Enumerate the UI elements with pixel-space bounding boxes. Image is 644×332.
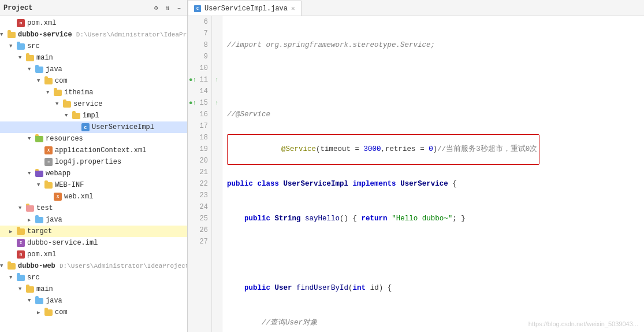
impl-folder-icon [72, 111, 81, 120]
ln-22: 22 [188, 178, 211, 190]
tree-item-service[interactable]: ▼ service [0, 98, 187, 110]
java-class-icon: C [81, 123, 90, 132]
tree-label: pom.xml [27, 19, 56, 27]
sidebar: Project ⚙ ⇅ – m pom.xml ▼ dubbo-service … [0, 0, 188, 332]
test-java-folder-icon [35, 215, 44, 224]
tab-java-icon: C [194, 5, 201, 12]
tree-label: java [46, 65, 62, 73]
ln-7: 7 [188, 28, 211, 39]
ln-15: ●↑ 15 [188, 97, 211, 109]
line-numbers: 6 7 8 9 10 ●↑ 11 14 ●↑ 15 16 17 18 19 20 [188, 16, 212, 332]
project-tree: m pom.xml ▼ dubbo-service D:\Users\Admin… [0, 16, 187, 332]
tree-arrow: ▼ [28, 136, 35, 142]
gutter-markers: ↑ ↑ [212, 16, 222, 332]
tree-label: main [36, 54, 53, 62]
tree-label: dubbo-service D:\Users\Administrator\Ide… [18, 31, 187, 39]
props-icon: ≡ [44, 157, 53, 167]
tree-item-com[interactable]: ▼ com [0, 75, 187, 87]
tree-label: itheima [64, 88, 93, 97]
tree-label: java [46, 216, 62, 224]
web-java-folder-icon [35, 296, 44, 305]
tree-label: com [55, 77, 68, 85]
tree-label: java [46, 297, 62, 305]
ln-24: 24 [188, 201, 211, 213]
tree-item-log4j[interactable]: ≡ log4j.properties [0, 156, 187, 168]
tree-item-dubbo-web[interactable]: ▼ dubbo-web D:\Users\Administrator\IdeaP… [0, 260, 187, 272]
iml-icon: I [16, 238, 25, 248]
tree-label: service [73, 100, 102, 108]
tree-item-itheima[interactable]: ▼ itheima [0, 87, 187, 98]
tree-item-webinf[interactable]: ▼ WEB-INF [0, 179, 187, 191]
code-line-9: @Service(timeout = 3000,retries = 0)//当前… [227, 143, 644, 155]
ln-6: 6 [188, 16, 211, 28]
code-line-8: //@Service [227, 109, 644, 120]
ln-27: 27 [188, 236, 211, 248]
service-folder-icon [62, 99, 72, 109]
tree-label: web.xml [64, 193, 93, 201]
tab-close-button[interactable]: ✕ [291, 5, 295, 12]
ln-18: 18 [188, 132, 211, 143]
tree-item-test-java[interactable]: ▶ java [0, 214, 187, 226]
tree-label: webapp [46, 169, 70, 178]
tree-label: resources [46, 135, 83, 143]
editor-area: C UserServiceImpl.java ✕ 6 7 8 9 10 ●↑ 1… [188, 0, 644, 332]
editor-tab-userserviceimpl[interactable]: C UserServiceImpl.java ✕ [188, 1, 301, 16]
tree-item-web-src[interactable]: ▼ src [0, 272, 187, 283]
code-line-11: public String sayHello() { return "Hello… [227, 213, 644, 224]
target-folder-icon [16, 227, 25, 236]
tree-label: com [55, 308, 68, 316]
tree-item-target[interactable]: ▶ target [0, 226, 187, 237]
tree-arrow: ▼ [37, 182, 44, 188]
tree-arrow: ▼ [28, 298, 35, 304]
tree-arrow: ▼ [65, 113, 72, 119]
web-main-folder-icon [25, 285, 35, 294]
code-line-7 [227, 74, 644, 86]
tree-arrow: ▼ [18, 286, 25, 292]
tree-label: src [27, 274, 40, 282]
tree-item-web-main[interactable]: ▼ main [0, 283, 187, 295]
tree-item-webxml[interactable]: X web.xml [0, 191, 187, 202]
src-folder-icon [16, 42, 25, 51]
tree-label: test [36, 204, 53, 212]
tree-arrow: ▼ [0, 263, 7, 269]
tree-item-test[interactable]: ▼ test [0, 202, 187, 214]
ln-26: 26 [188, 224, 211, 236]
itheima-folder-icon [53, 88, 62, 97]
tree-item-pom-service[interactable]: m pom.xml [0, 249, 187, 260]
tree-item-userserviceimpl[interactable]: C UserServiceImpl [0, 121, 187, 133]
ln-8: 8 [188, 39, 211, 51]
tree-item-java[interactable]: ▼ java [0, 64, 187, 75]
tree-item-src[interactable]: ▼ src [0, 40, 187, 52]
sidebar-title: Project [3, 4, 32, 12]
tree-arrow: ▶ [28, 217, 35, 223]
tree-item-iml[interactable]: I dubbo-service.iml [0, 237, 187, 249]
tree-arrow: ▼ [46, 90, 53, 95]
tree-item-webapp[interactable]: ▼ webapp [0, 168, 187, 179]
collapse-icon[interactable]: – [174, 3, 184, 13]
tree-item-pom-root[interactable]: m pom.xml [0, 17, 187, 29]
tree-item-appcontext[interactable]: X applicationContext.xml [0, 145, 187, 156]
tree-label: log4j.properties [55, 158, 121, 166]
sidebar-icon-group: ⚙ ⇅ – [151, 3, 184, 13]
ln-21: 21 [188, 167, 211, 178]
settings-icon[interactable]: ⚙ [151, 3, 161, 13]
code-content[interactable]: //import org.springframework.stereotype.… [222, 16, 644, 332]
tree-item-web-com[interactable]: ▶ com [0, 307, 187, 318]
tree-label: impl [83, 112, 99, 120]
ln-9: 9 [188, 51, 211, 62]
tree-item-impl[interactable]: ▼ impl [0, 110, 187, 121]
ln-19: 19 [188, 143, 211, 155]
tree-item-main[interactable]: ▼ main [0, 52, 187, 64]
pom-service-icon: m [16, 250, 25, 259]
web-com-folder-icon [44, 308, 53, 317]
watermark: https://blog.csdn.net/weixin_5039043... [528, 320, 638, 327]
sort-icon[interactable]: ⇅ [163, 3, 172, 13]
xml-icon: X [44, 146, 53, 155]
main-folder-icon [25, 53, 35, 62]
module-icon [7, 30, 16, 39]
tree-item-resources[interactable]: ▼ resources [0, 133, 187, 145]
tree-arrow: ▼ [28, 67, 35, 72]
test-folder-icon [25, 204, 35, 213]
tree-item-web-java[interactable]: ▼ java [0, 295, 187, 307]
tree-item-dubbo-service[interactable]: ▼ dubbo-service D:\Users\Administrator\I… [0, 29, 187, 40]
